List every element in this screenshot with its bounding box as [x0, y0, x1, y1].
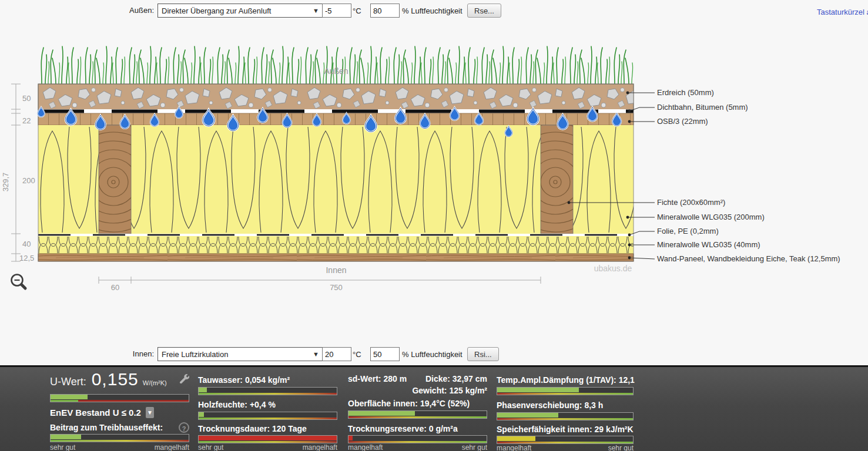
dim-field-width: 750 [330, 283, 343, 292]
weight-value: Gewicht: 125 kg/m² [412, 386, 487, 395]
metric-bar [497, 387, 634, 395]
scale-bad: mangelhaft [497, 444, 531, 451]
metric-label: Speicherfähigkeit innen: 29 kJ/m²K [497, 425, 634, 434]
scale-good: sehr gut [462, 443, 487, 451]
u-value-section: U-Wert: 0,155 W/(m²K) EnEV Bestand U ≤ 0… [50, 367, 189, 451]
rse-button[interactable]: Rse... [467, 4, 501, 18]
label-mw40: Mineralwolle WLG035 (40mm) [657, 240, 760, 249]
outside-humidity-input[interactable] [370, 4, 400, 18]
dropdown-arrow-icon [313, 351, 319, 358]
dim-osb: 22 [22, 116, 31, 125]
metric-label: Trocknungsdauer: 120 Tage [198, 424, 307, 433]
metric-label: Temp.Ampl.Dämpfung (1/TAV): 12,1 [497, 375, 635, 385]
layer-dichtbahn[interactable] [38, 109, 634, 113]
inside-temp-input[interactable] [322, 347, 351, 361]
enev-label: EnEV Bestand U ≤ 0.2 [50, 408, 141, 418]
metric-bar [198, 387, 337, 395]
label-folie: Folie, PE (0,2mm) [657, 227, 719, 235]
u-value-unit: W/(m²K) [143, 379, 167, 386]
dim-mw40: 40 [22, 240, 31, 248]
scale-labels: sehr gut mangelhaft [50, 443, 189, 451]
metric-label: Trocknungsreserve: 0 g/m²a [348, 424, 458, 433]
label-mw200: Mineralwolle WLG035 (200mm) [657, 213, 765, 221]
outside-temp-input[interactable] [322, 4, 351, 18]
scale-bad: mangelhaft [303, 443, 337, 451]
metric-bar [198, 412, 337, 420]
grass-decoration [38, 43, 634, 84]
scale-good: sehr gut [198, 443, 223, 451]
metric-bar [348, 410, 487, 419]
left-dimensions [11, 84, 21, 261]
inside-zone-label: Innen [326, 265, 346, 275]
metric-bar [497, 412, 634, 420]
wrench-icon[interactable] [179, 373, 189, 386]
keyboard-shortcuts-link[interactable]: Tastaturkürzel a [817, 8, 868, 16]
surface-section: sd-Wert: 280 m Dicke: 32,97 cm Gewicht: … [348, 367, 487, 451]
thickness-value: Dicke: 32,97 cm [425, 374, 487, 383]
scale-labels: mangelhaft sehr gut [348, 443, 487, 451]
ghg-bar [50, 434, 189, 442]
metric-bar [348, 435, 487, 443]
inside-condition-select[interactable]: Freie Luftzirkulation [157, 347, 323, 361]
outside-conditions-bar: Außen: Direkter Übergang zur Außenluft °… [0, 2, 868, 19]
u-value-label: U-Wert: [50, 376, 86, 388]
ghg-label: Beitrag zum Treibhauseffekt: [50, 423, 163, 432]
label-erdreich: Erdreich (50mm) [657, 88, 714, 97]
watermark: ubakus.de [594, 264, 632, 273]
help-icon[interactable] [179, 422, 189, 433]
dim-stud-width: 60 [111, 283, 119, 292]
outside-humidity-label: % Luftfeuchtigkeit [402, 6, 463, 15]
ghg-row: Beitrag zum Treibhauseffekt: [50, 422, 189, 433]
metric-label: Phasenverschiebung: 8,3 h [497, 400, 603, 410]
label-dichtbahn: Dichtbahn, Bitumen (5mm) [657, 103, 748, 112]
dim-mw200: 200 [22, 176, 35, 185]
heat-section: Temp.Ampl.Dämpfung (1/TAV): 12,1 Phasenv… [497, 367, 634, 451]
enev-row: EnEV Bestand U ≤ 0.2 [50, 407, 189, 418]
scale-labels: mangelhaft sehr gut [497, 444, 634, 451]
layer-folie-pe[interactable] [38, 234, 634, 236]
enev-dropdown-button[interactable] [146, 407, 154, 418]
label-paneel: Wand-Paneel, Wandbekleidung Eiche, Teak … [657, 254, 840, 263]
outside-label: Außen: [0, 6, 154, 15]
metric-label: Oberfläche innen: 19,4°C (52%) [348, 399, 470, 408]
u-value-bar [50, 394, 189, 402]
dropdown-arrow-icon [313, 7, 319, 14]
outside-condition-select[interactable]: Direkter Übergang zur Außenluft [157, 4, 323, 18]
metric-label: Tauwasser: 0,054 kg/m² [198, 375, 290, 385]
layer-mineralwolle-40[interactable] [38, 236, 634, 254]
dim-erdreich: 50 [22, 94, 31, 103]
rsi-button[interactable]: Rsi... [467, 347, 499, 361]
metric-label: Holzfeuchte: +0,4 % [198, 400, 276, 409]
sd-value: sd-Wert: 280 m [348, 374, 407, 383]
construction-diagram[interactable]: 50 22 200 40 12,5 329,7 60 750 Außen Inn… [0, 35, 868, 299]
metric-bar [198, 435, 337, 443]
dim-total-height: 329,7 [1, 173, 10, 192]
scale-bad: mangelhaft [155, 443, 189, 451]
moisture-section: Tauwasser: 0,054 kg/m² Holzfeuchte: +0,4… [198, 367, 337, 451]
inside-humidity-label: % Luftfeuchtigkeit [402, 350, 463, 359]
zoom-out-icon[interactable] [12, 275, 26, 289]
layer-erdreich[interactable] [38, 84, 634, 110]
results-panel: U-Wert: 0,155 W/(m²K) EnEV Bestand U ≤ 0… [0, 365, 868, 451]
inside-label: Innen: [0, 349, 154, 358]
bottom-dimensions [99, 277, 541, 284]
label-fichte: Fichte (200x60mm²) [657, 198, 725, 207]
scale-good: sehr gut [608, 444, 634, 451]
metric-bar [497, 436, 634, 444]
scale-good: sehr gut [50, 443, 75, 451]
outside-zone-label: Außen [324, 66, 348, 76]
dim-paneel: 12,5 [19, 254, 34, 262]
scale-bad: mangelhaft [348, 443, 383, 451]
inside-temp-unit: °C [353, 350, 361, 359]
inside-humidity-input[interactable] [370, 347, 400, 361]
scale-labels: sehr gut mangelhaft [198, 443, 337, 451]
u-value: 0,155 [92, 369, 139, 389]
outside-temp-unit: °C [353, 6, 361, 15]
label-osb: OSB/3 (22mm) [657, 117, 708, 126]
inside-conditions-bar: Innen: Freie Luftzirkulation °C % Luftfe… [0, 346, 868, 362]
layer-wand-paneel[interactable] [38, 254, 634, 261]
